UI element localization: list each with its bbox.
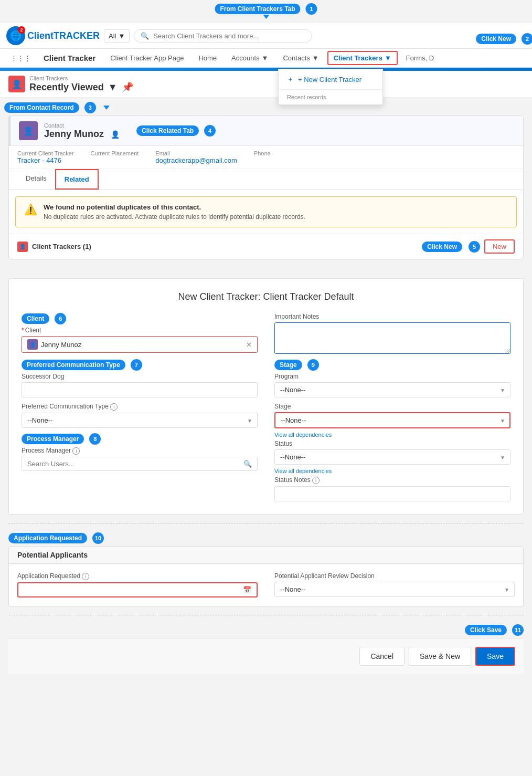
chevron-down-icon: ▼ <box>312 54 319 62</box>
client-field: Client 👤 Jenny Munoz ✕ <box>22 327 258 353</box>
current-client-tracker-field: Current Client Tracker Tracker - 4476 <box>17 150 74 164</box>
app-requested-annotation: Application Requested <box>8 533 87 543</box>
app-requested-date-input[interactable]: 📅 <box>17 582 258 597</box>
click-save-annotation: Click Save <box>465 625 507 635</box>
tab-details[interactable]: Details <box>17 169 55 190</box>
step-9-badge: 9 <box>307 359 319 371</box>
pref-comm-select-wrapper: --None-- <box>22 413 258 428</box>
step-11-badge: 11 <box>512 624 524 636</box>
review-decision-select[interactable]: --None-- <box>274 582 515 597</box>
application-requested-field: Application Requested i 📅 <box>17 572 258 597</box>
stage-select[interactable]: --None-- <box>274 412 510 428</box>
pm-info-icon[interactable]: i <box>72 447 80 455</box>
program-select-wrapper: --None-- <box>274 382 510 397</box>
program-field: Program --None-- <box>274 373 510 397</box>
client-trackers-new-button[interactable]: New <box>484 239 515 254</box>
process-manager-input[interactable]: 🔍 <box>22 457 258 471</box>
footer-buttons: Cancel Save & New Save <box>8 638 524 674</box>
chevron-down-icon[interactable]: ▼ <box>108 82 118 93</box>
nav-home[interactable]: Home <box>192 49 223 67</box>
phone-field: Phone <box>254 150 271 164</box>
step-1-badge: 1 <box>306 3 317 15</box>
successor-dog-field: Successor Dog <box>22 373 258 397</box>
stage-field: Stage --None-- View all dependencies <box>274 403 510 438</box>
click-new-annotation-1: Click New <box>476 34 516 44</box>
search-input[interactable] <box>153 32 305 40</box>
important-notes-input[interactable] <box>274 322 510 354</box>
top-nav-bar: 🌐 ClientTRACKER All ▼ 🔍 <box>0 23 532 49</box>
grid-icon[interactable]: ⋮⋮⋮ <box>6 50 35 66</box>
status-select-wrapper: --None-- <box>274 449 510 465</box>
nav-client-tracker-app-page[interactable]: Client Tracker App Page <box>104 49 190 67</box>
all-dropdown[interactable]: All ▼ <box>104 29 130 43</box>
tab-related[interactable]: Related <box>55 169 99 190</box>
pref-comm-info-icon[interactable]: i <box>110 403 118 411</box>
email-field: Email dogtrackerapp@gmail.com <box>155 150 237 164</box>
status-notes-input[interactable] <box>274 486 510 501</box>
recent-header: Recent records <box>279 89 382 104</box>
stage-annotation: Stage <box>274 360 302 370</box>
form-grid: Client 6 Client 👤 Jenny Munoz ✕ Preferre… <box>22 313 510 501</box>
nav-app-name: Client Tracker <box>37 49 102 67</box>
client-input[interactable]: 👤 Jenny Munoz ✕ <box>22 336 258 353</box>
pref-comm-annotation: Preferred Communication Type <box>22 360 125 370</box>
successor-dog-input[interactable] <box>22 382 258 397</box>
successor-dog-label: Successor Dog <box>22 373 258 380</box>
client-trackers-dropdown: ＋ + New Client Tracker Recent records <box>278 69 383 105</box>
email-link[interactable]: dogtrackerapp@gmail.com <box>155 156 237 164</box>
nav-accounts[interactable]: Accounts ▼ <box>225 49 274 67</box>
cancel-button[interactable]: Cancel <box>359 647 405 666</box>
calendar-icon[interactable]: 📅 <box>243 586 251 594</box>
view-all-deps-1[interactable]: View all dependencies <box>274 432 510 438</box>
process-manager-annotation: Process Manager <box>22 434 84 444</box>
duplicate-warning: ⚠️ We found no potential duplicates of t… <box>15 196 517 227</box>
status-notes-info-icon[interactable]: i <box>312 477 320 484</box>
process-manager-search[interactable] <box>27 460 239 468</box>
client-annotation: Client <box>22 313 49 324</box>
click-new-annotation-2: Click New <box>422 242 462 252</box>
annotation-arrow-1 <box>263 15 269 19</box>
view-all-deps-2[interactable]: View all dependencies <box>274 468 510 474</box>
client-trackers-label: 👤 Client Trackers (1) <box>17 242 91 252</box>
warning-title: We found no potential duplicates of this… <box>44 203 305 211</box>
contact-label: Contact <box>44 122 120 129</box>
warning-icon: ⚠️ <box>24 203 37 216</box>
nav-client-trackers[interactable]: Client Trackers ▼ <box>327 51 398 65</box>
save-button[interactable]: Save <box>475 647 515 666</box>
client-input-icon: 👤 <box>27 339 38 350</box>
click-related-tab-annotation: Click Related Tab <box>136 125 199 136</box>
step-7-badge: 7 <box>131 359 142 371</box>
current-placement-field: Current Placement <box>91 150 139 164</box>
program-select[interactable]: --None-- <box>274 382 510 397</box>
clear-client-icon[interactable]: ✕ <box>246 341 252 349</box>
chevron-down-icon: ▼ <box>118 32 125 40</box>
form-right-col: Important Notes Stage 9 Program --None-- <box>274 313 510 501</box>
pin-icon[interactable]: 📌 <box>122 81 133 93</box>
form-left-col: Client 6 Client 👤 Jenny Munoz ✕ Preferre… <box>22 313 258 501</box>
breadcrumb-label: Client Trackers <box>29 75 133 81</box>
new-client-tracker-item[interactable]: ＋ + New Client Tracker <box>279 69 382 89</box>
process-manager-label: Process Manager i <box>22 447 258 455</box>
new-client-tracker-form: New Client Tracker: Client Tracker Defau… <box>8 278 524 515</box>
chevron-down-icon: ▼ <box>385 54 391 62</box>
nav-contacts[interactable]: Contacts ▼ <box>276 49 325 67</box>
chevron-down-icon: ▼ <box>262 54 269 62</box>
search-bar[interactable]: 🔍 <box>134 29 312 43</box>
status-select[interactable]: --None-- <box>274 449 510 465</box>
annotation-arrow-3 <box>103 106 110 110</box>
form-title: New Client Tracker: Client Tracker Defau… <box>22 291 510 302</box>
date-input[interactable] <box>24 586 243 594</box>
tracker-link[interactable]: Tracker - 4476 <box>17 156 74 164</box>
step-3-badge: 3 <box>84 102 96 113</box>
app-requested-info-icon[interactable]: i <box>82 573 89 580</box>
pref-comm-select[interactable]: --None-- <box>22 413 258 428</box>
logo-globe: 🌐 <box>6 26 25 45</box>
important-notes-label: Important Notes <box>274 313 510 320</box>
warning-body: No duplicate rules are activated. Activa… <box>44 213 305 221</box>
client-trackers-row-icon: 👤 <box>17 242 28 252</box>
save-new-button[interactable]: Save & New <box>409 647 471 666</box>
review-decision-label: Potential Applicant Review Decision <box>274 572 515 580</box>
nav-forms[interactable]: Forms, D <box>400 49 440 67</box>
stage-label: Stage <box>274 403 510 410</box>
status-notes-field: Status Notes i <box>274 476 510 501</box>
